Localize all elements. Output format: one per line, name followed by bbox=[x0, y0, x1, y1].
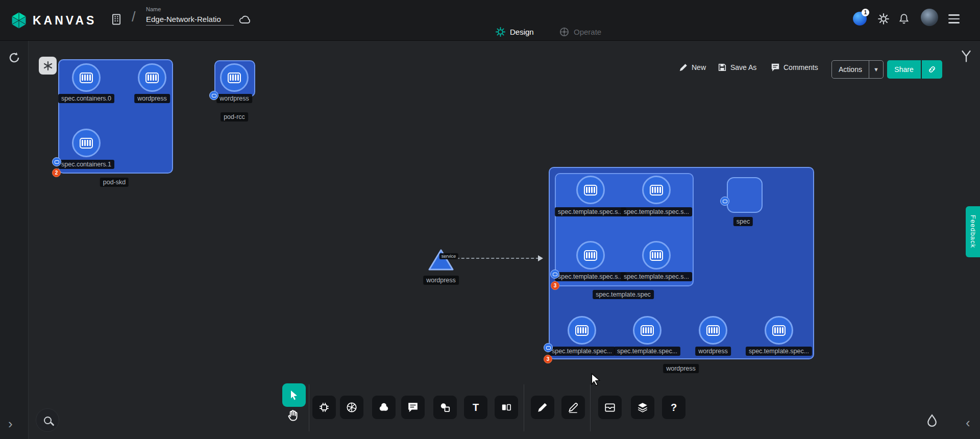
app-logo[interactable]: KANVAS bbox=[10, 12, 96, 29]
issue-count-badge[interactable]: 3 bbox=[544, 355, 552, 363]
copy-link-button[interactable] bbox=[922, 60, 942, 79]
organization-icon[interactable] bbox=[110, 13, 123, 26]
node-label: wordpress bbox=[134, 94, 170, 103]
pod-icon bbox=[584, 250, 597, 261]
node-label: spec.template.spec... bbox=[614, 347, 680, 356]
node-service-triangle[interactable] bbox=[428, 248, 454, 272]
zoom-search-button[interactable] bbox=[36, 408, 59, 432]
new-button[interactable]: New bbox=[679, 63, 706, 72]
kubernetes-badge-icon[interactable] bbox=[720, 197, 729, 206]
operate-tab-icon bbox=[559, 27, 570, 37]
actions-button[interactable]: Actions ▼ bbox=[831, 60, 884, 79]
tool-comment[interactable] bbox=[401, 396, 425, 419]
group-spec-template-spec[interactable] bbox=[555, 173, 694, 286]
pod-icon bbox=[706, 325, 720, 336]
comments-button[interactable]: Comments bbox=[771, 63, 818, 72]
node-pod[interactable] bbox=[568, 316, 596, 345]
pod-icon bbox=[228, 72, 241, 83]
group-label: spec bbox=[733, 217, 753, 226]
feedback-tab[interactable]: Feedback bbox=[966, 206, 980, 257]
tool-select[interactable] bbox=[282, 383, 306, 407]
left-rail: › bbox=[0, 41, 29, 439]
tool-text[interactable]: T bbox=[464, 396, 487, 419]
actions-label: Actions bbox=[832, 65, 869, 74]
node-label: spec.template.spec... bbox=[549, 347, 615, 356]
kanvas-logo-icon bbox=[10, 12, 28, 29]
text-tool-glyph: T bbox=[473, 402, 479, 413]
design-tab-label: Design bbox=[510, 28, 534, 36]
tool-kubernetes[interactable] bbox=[340, 396, 363, 419]
comment-icon bbox=[771, 63, 780, 72]
magnifier-icon bbox=[44, 417, 52, 424]
link-icon bbox=[927, 65, 937, 74]
notifications-bell-icon[interactable] bbox=[898, 13, 910, 25]
primitive-shapes-icon bbox=[439, 401, 451, 413]
share-button-group: Share bbox=[887, 60, 942, 79]
kubernetes-badge-icon[interactable] bbox=[52, 157, 61, 166]
node-pod[interactable] bbox=[220, 63, 249, 92]
comments-label: Comments bbox=[783, 63, 818, 71]
tab-operate[interactable]: Operate bbox=[559, 27, 601, 37]
design-name-input[interactable] bbox=[146, 13, 234, 26]
tool-drawer[interactable] bbox=[598, 396, 622, 419]
node-label: spec.template.spec.s... bbox=[621, 207, 692, 216]
header-bar: KANVAS / Name Design bbox=[0, 0, 980, 41]
kubernetes-badge-icon[interactable] bbox=[550, 270, 559, 279]
mouse-cursor bbox=[589, 373, 602, 386]
node-pod[interactable] bbox=[765, 316, 793, 345]
node-pod[interactable] bbox=[138, 63, 166, 92]
node-pod[interactable] bbox=[72, 129, 101, 157]
tool-doodles[interactable] bbox=[433, 396, 457, 419]
component-icon-chip[interactable] bbox=[39, 57, 57, 75]
collapse-right-panel-button[interactable]: ‹ bbox=[966, 418, 970, 428]
help-tool-glyph: ? bbox=[671, 402, 677, 413]
sync-icon[interactable] bbox=[8, 51, 21, 64]
tool-frame[interactable] bbox=[495, 396, 518, 419]
node-pod[interactable] bbox=[576, 241, 605, 270]
tool-help[interactable]: ? bbox=[662, 396, 685, 419]
kubernetes-helm-icon bbox=[346, 401, 358, 413]
node-label: spec.containers.1 bbox=[58, 160, 114, 169]
group-label: wordpress bbox=[663, 364, 699, 373]
menu-icon[interactable] bbox=[948, 14, 960, 23]
settings-gear-icon[interactable] bbox=[877, 13, 890, 25]
node-pod[interactable] bbox=[576, 176, 605, 204]
node-pod[interactable] bbox=[72, 63, 101, 92]
tool-pen[interactable] bbox=[561, 396, 585, 419]
node-pod[interactable] bbox=[642, 241, 671, 270]
tool-components[interactable] bbox=[312, 396, 336, 419]
asterisk-icon bbox=[42, 60, 54, 71]
ink-drop-icon[interactable] bbox=[925, 413, 939, 429]
node-spec[interactable] bbox=[727, 177, 763, 213]
pod-icon bbox=[80, 72, 93, 83]
issue-count-badge[interactable]: 3 bbox=[551, 281, 559, 290]
node-pod[interactable] bbox=[699, 316, 727, 345]
cloud-save-icon[interactable] bbox=[238, 13, 252, 26]
kubernetes-badge-icon[interactable] bbox=[544, 343, 553, 352]
user-avatar[interactable] bbox=[921, 9, 938, 26]
kubernetes-badge-icon[interactable] bbox=[209, 91, 218, 100]
issue-count-badge[interactable]: 2 bbox=[52, 168, 61, 177]
tool-layers[interactable] bbox=[631, 396, 654, 419]
share-button[interactable]: Share bbox=[887, 60, 921, 79]
save-as-button[interactable]: Save As bbox=[718, 63, 756, 72]
group-label: pod-rcc bbox=[220, 112, 248, 121]
comment-icon bbox=[407, 402, 419, 413]
frame-flip-icon bbox=[500, 401, 512, 413]
edge-label: service bbox=[439, 253, 458, 259]
node-pod[interactable] bbox=[633, 316, 662, 345]
tab-design[interactable]: Design bbox=[495, 27, 534, 37]
save-icon bbox=[718, 63, 727, 72]
edge-service-to-deployment[interactable] bbox=[456, 258, 539, 259]
node-pod[interactable] bbox=[642, 176, 671, 204]
node-label: spec.template.spec.s... bbox=[555, 207, 626, 216]
merge-panel-icon[interactable] bbox=[960, 49, 973, 63]
pod-icon bbox=[584, 185, 597, 196]
tool-pencil[interactable] bbox=[531, 396, 554, 419]
tool-shapes[interactable] bbox=[372, 396, 396, 419]
pod-icon bbox=[145, 72, 159, 83]
tool-pan[interactable] bbox=[286, 408, 301, 426]
expand-left-panel-button[interactable]: › bbox=[8, 419, 13, 429]
circuit-icon bbox=[318, 401, 330, 413]
actions-dropdown-caret[interactable]: ▼ bbox=[869, 61, 883, 78]
